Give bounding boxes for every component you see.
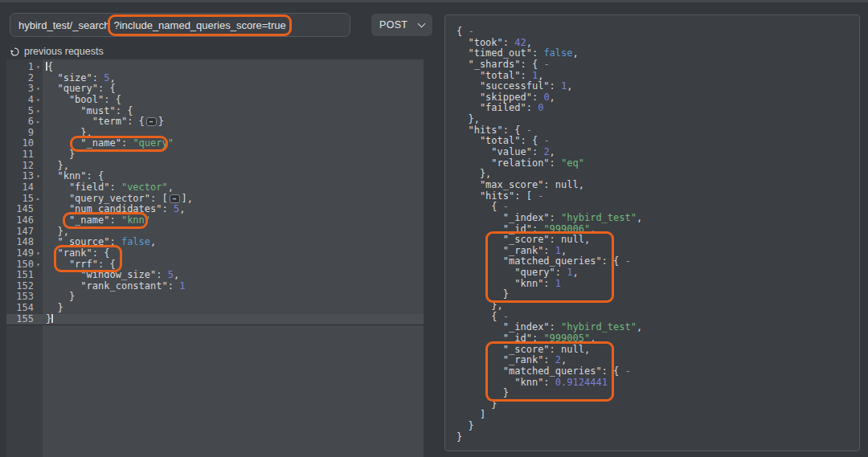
collapse-toggle[interactable]: - <box>543 135 549 146</box>
line-number: 9 <box>6 128 43 139</box>
response-line[interactable]: } <box>457 399 856 410</box>
response-line[interactable]: "_id": "999005", <box>457 333 856 345</box>
fold-caret-icon[interactable]: ▾ <box>34 259 43 271</box>
code-line[interactable]: 1▾{ <box>6 62 424 73</box>
line-number: 145 <box>6 204 43 215</box>
code-line[interactable]: 3▾ "query": { <box>6 84 424 95</box>
collapse-toggle[interactable]: - <box>543 59 549 70</box>
response-line[interactable]: "matched_queries": { - <box>457 366 856 377</box>
code-line[interactable]: 13▾ "knn": { <box>6 171 424 182</box>
fold-caret-icon[interactable]: ▾ <box>34 84 43 95</box>
response-line[interactable]: "_score": null, <box>457 345 856 356</box>
code-line[interactable]: 155} <box>6 314 424 325</box>
response-line[interactable]: }, <box>457 114 856 125</box>
response-line[interactable]: "took": 42, <box>457 38 856 49</box>
response-line[interactable]: "value": 2, <box>457 147 856 158</box>
line-number: 10 <box>6 138 43 149</box>
response-line[interactable]: "_rank": 1, <box>457 246 856 257</box>
url-path-text: hybird_test/_search <box>18 19 109 31</box>
url-query-param-highlight: ?include_named_queries_score=true <box>108 14 291 36</box>
response-line[interactable]: "max_score": null, <box>457 180 856 191</box>
request-editor[interactable]: 1▾{2 "size": 5,3▾ "query": {4▾ "bool": {… <box>6 59 424 457</box>
response-line[interactable]: "_shards": { - <box>457 59 856 71</box>
window-top-edge <box>0 0 868 2</box>
fold-caret-icon[interactable]: ▾ <box>34 171 43 182</box>
response-line[interactable]: "timed_out": false, <box>457 48 856 59</box>
line-number: 1▾ <box>6 62 43 73</box>
code-line[interactable]: 6▸ "term": {↔} <box>6 116 424 128</box>
code-line[interactable]: 10 "_name": "query" <box>6 138 424 149</box>
collapse-toggle[interactable]: - <box>625 365 631 377</box>
line-number: 3▾ <box>6 84 43 95</box>
fold-caret-icon[interactable]: ▸ <box>34 116 43 128</box>
code-line[interactable]: 9 }, <box>6 128 424 139</box>
code-line[interactable]: 151 "window_size": 5, <box>6 270 424 281</box>
response-line[interactable]: "_index": "hybird_test", <box>457 213 856 224</box>
collapse-toggle[interactable]: - <box>468 26 473 37</box>
response-line[interactable]: "skipped": 0, <box>457 92 856 104</box>
code-line[interactable]: 12 }, <box>6 161 424 172</box>
code-line[interactable]: 146 "_name": "knn" <box>6 215 424 226</box>
response-line[interactable]: } <box>457 289 856 300</box>
code-line[interactable]: 153 } <box>6 292 424 303</box>
collapse-toggle[interactable]: - <box>538 190 543 202</box>
code-line[interactable]: 5▾ "must": { <box>6 106 424 117</box>
code-line[interactable]: 149▾ "rank": { <box>6 248 424 259</box>
collapse-toggle[interactable]: - <box>526 124 532 136</box>
line-number: 15▸ <box>6 194 43 205</box>
collapse-toggle[interactable]: - <box>625 255 631 267</box>
response-line[interactable]: { - <box>457 27 856 38</box>
collapse-toggle[interactable]: - <box>503 201 509 212</box>
previous-requests-button[interactable]: previous requests <box>10 46 104 57</box>
response-line[interactable]: } <box>457 432 856 443</box>
code-line[interactable]: 4▾ "bool": { <box>6 95 424 106</box>
line-number: 147 <box>6 226 43 238</box>
code-line[interactable]: 152 "rank_constant": 1 <box>6 281 424 292</box>
previous-requests-label: previous requests <box>24 46 104 57</box>
response-line[interactable]: ] <box>457 410 856 421</box>
fold-caret-icon[interactable]: ▾ <box>34 106 43 117</box>
fold-caret-icon[interactable]: ▾ <box>34 62 43 73</box>
response-line[interactable]: "failed": 0 <box>457 103 856 114</box>
code-line[interactable]: 148 "_source": false, <box>6 237 424 248</box>
response-line[interactable]: "_score": null, <box>457 235 856 246</box>
fold-placeholder-icon[interactable]: ↔ <box>170 194 180 203</box>
code-line[interactable]: 147 }, <box>6 226 424 238</box>
response-line[interactable]: "query": 1, <box>457 267 856 279</box>
response-line[interactable]: "knn": 0.9124441 <box>457 377 856 389</box>
fold-caret-icon[interactable]: ▸ <box>34 194 43 205</box>
fold-caret-icon[interactable]: ▾ <box>34 95 43 106</box>
code-line[interactable]: 145 "num_candidates": 5, <box>6 204 424 215</box>
code-line[interactable]: 15▸ "query_vector": [↔], <box>6 194 424 205</box>
response-line[interactable]: }, <box>457 300 856 312</box>
response-line[interactable]: { - <box>457 202 856 213</box>
fold-caret-icon[interactable]: ▾ <box>34 248 43 259</box>
url-input[interactable]: hybird_test/_search?include_named_querie… <box>10 13 350 37</box>
code-line[interactable]: 11 } <box>6 149 424 161</box>
code-line[interactable]: 2 "size": 5, <box>6 73 424 84</box>
response-line[interactable]: "knn": 1 <box>457 279 856 290</box>
response-line[interactable]: "_id": "999006", <box>457 224 856 235</box>
response-line[interactable]: "total": { - <box>457 136 856 147</box>
response-line[interactable]: "_rank": 2, <box>457 355 856 366</box>
response-line[interactable]: } <box>457 388 856 399</box>
response-line[interactable]: "successful": 1, <box>457 81 856 92</box>
code-line[interactable]: 150▾ "rrf": { <box>6 259 424 271</box>
method-select[interactable]: POST <box>371 14 432 36</box>
response-line[interactable]: "matched_queries": { - <box>457 256 856 267</box>
chevron-down-icon <box>418 19 426 27</box>
collapse-toggle[interactable]: - <box>503 311 509 322</box>
code-line[interactable]: 14 "field": "vector", <box>6 182 424 194</box>
response-line[interactable]: "hits": [ - <box>457 191 856 202</box>
code-line[interactable]: 154 } <box>6 303 424 314</box>
response-panel[interactable]: { - "took": 42, "timed_out": false, "_sh… <box>444 14 860 451</box>
response-line[interactable]: "total": 1, <box>457 71 856 82</box>
response-line[interactable]: { - <box>457 312 856 323</box>
line-number: 153 <box>6 292 43 303</box>
response-line[interactable]: "hits": { - <box>457 125 856 137</box>
response-line[interactable]: "relation": "eq" <box>457 158 856 169</box>
response-line[interactable]: "_index": "hybird_test", <box>457 322 856 333</box>
fold-placeholder-icon[interactable]: ↔ <box>146 117 157 126</box>
response-line[interactable]: }, <box>457 169 856 180</box>
response-line[interactable]: } <box>457 421 856 432</box>
